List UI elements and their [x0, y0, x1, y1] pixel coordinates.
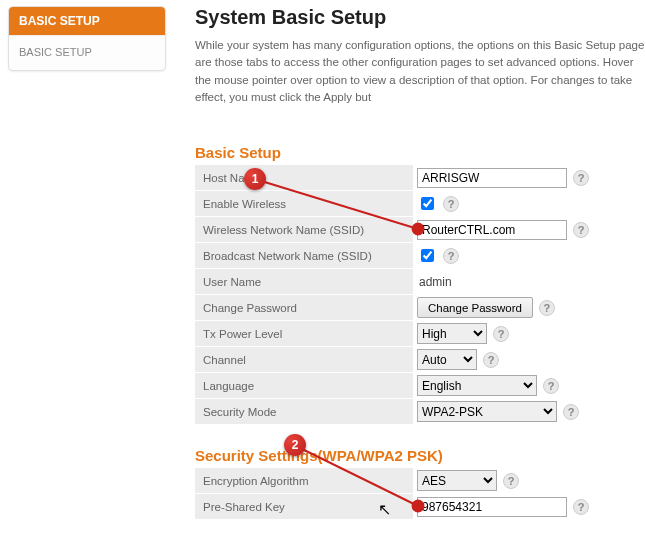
page-intro: While your system has many configuration…: [195, 37, 646, 106]
input-host-name[interactable]: [417, 168, 567, 188]
label-change-password: Change Password: [195, 295, 413, 320]
row-psk: Pre-Shared Key ?: [195, 494, 646, 520]
label-host-name: Host Name: [195, 165, 413, 190]
help-icon[interactable]: ?: [483, 352, 499, 368]
row-change-password: Change Password Change Password ?: [195, 295, 646, 321]
help-icon[interactable]: ?: [563, 404, 579, 420]
label-language: Language: [195, 373, 413, 398]
help-icon[interactable]: ?: [493, 326, 509, 342]
cursor-icon: ↖: [378, 500, 391, 519]
label-security-mode: Security Mode: [195, 399, 413, 424]
label-user-name: User Name: [195, 269, 413, 294]
help-icon[interactable]: ?: [573, 170, 589, 186]
section-basic-setup: Basic Setup: [195, 144, 646, 161]
select-channel[interactable]: Auto: [417, 349, 477, 370]
row-language: Language English ?: [195, 373, 646, 399]
help-icon[interactable]: ?: [543, 378, 559, 394]
help-icon[interactable]: ?: [573, 499, 589, 515]
help-icon[interactable]: ?: [539, 300, 555, 316]
help-icon[interactable]: ?: [443, 196, 459, 212]
row-user-name: User Name admin: [195, 269, 646, 295]
label-tx-power: Tx Power Level: [195, 321, 413, 346]
input-ssid[interactable]: [417, 220, 567, 240]
callout-1: 1: [244, 168, 266, 190]
select-tx-power[interactable]: High: [417, 323, 487, 344]
label-ssid: Wireless Network Name (SSID): [195, 217, 413, 242]
label-encryption: Encryption Algorithm: [195, 468, 413, 493]
select-language[interactable]: English: [417, 375, 537, 396]
section-security-settings: Security Settings(WPA/WPA2 PSK): [195, 447, 646, 464]
label-channel: Channel: [195, 347, 413, 372]
label-enable-wireless: Enable Wireless: [195, 191, 413, 216]
label-broadcast-ssid: Broadcast Network Name (SSID): [195, 243, 413, 268]
help-icon[interactable]: ?: [573, 222, 589, 238]
sidebar-tab-basic-setup[interactable]: BASIC SETUP: [9, 35, 165, 70]
input-psk[interactable]: [417, 497, 567, 517]
sidebar-tab-basic-setup-active[interactable]: BASIC SETUP: [9, 7, 165, 35]
page-title: System Basic Setup: [195, 6, 646, 29]
select-security-mode[interactable]: WPA2-PSK: [417, 401, 557, 422]
checkbox-enable-wireless[interactable]: [421, 197, 434, 210]
sidebar: BASIC SETUP BASIC SETUP: [8, 6, 166, 71]
callout-2: 2: [284, 434, 306, 456]
row-encryption: Encryption Algorithm AES ?: [195, 468, 646, 494]
help-icon[interactable]: ?: [443, 248, 459, 264]
row-channel: Channel Auto ?: [195, 347, 646, 373]
row-enable-wireless: Enable Wireless ?: [195, 191, 646, 217]
checkbox-broadcast-ssid[interactable]: [421, 249, 434, 262]
button-change-password[interactable]: Change Password: [417, 297, 533, 318]
row-ssid: Wireless Network Name (SSID) ?: [195, 217, 646, 243]
help-icon[interactable]: ?: [503, 473, 519, 489]
row-tx-power: Tx Power Level High ?: [195, 321, 646, 347]
row-broadcast-ssid: Broadcast Network Name (SSID) ?: [195, 243, 646, 269]
value-user-name: admin: [417, 275, 452, 289]
main-content: System Basic Setup While your system has…: [195, 0, 646, 539]
row-security-mode: Security Mode WPA2-PSK ?: [195, 399, 646, 425]
select-encryption[interactable]: AES: [417, 470, 497, 491]
